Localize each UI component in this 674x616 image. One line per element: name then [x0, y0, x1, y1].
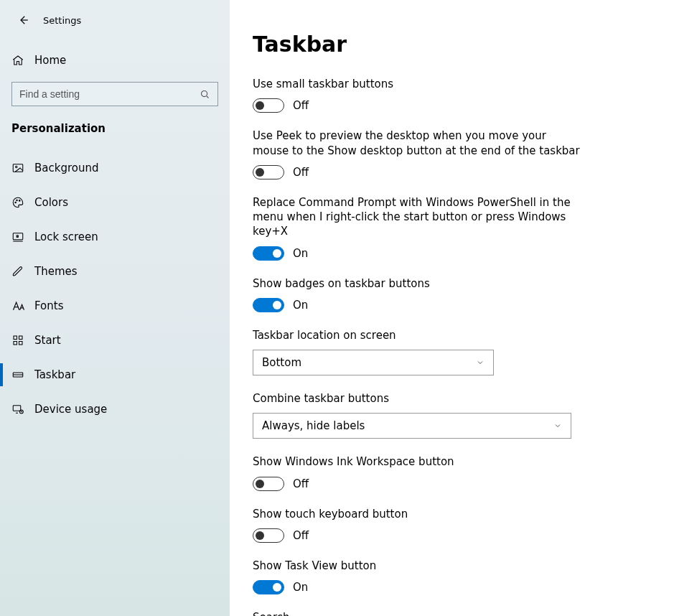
setting-badges: Show badges on taskbar buttons On	[253, 276, 583, 312]
nav-item-label: Themes	[34, 265, 78, 278]
toggle-peek[interactable]	[253, 165, 284, 179]
search-input[interactable]	[19, 88, 192, 100]
svg-rect-13	[13, 406, 21, 411]
setting-label: Taskbar location on screen	[253, 328, 583, 342]
nav-item-label: Colors	[34, 196, 68, 209]
svg-rect-8	[14, 336, 17, 340]
svg-rect-11	[19, 342, 23, 345]
nav-item-start[interactable]: Start	[0, 323, 230, 358]
svg-rect-10	[14, 342, 17, 345]
nav-list: Background Colors Lock screen Themes Fon	[0, 151, 230, 426]
setting-small-buttons: Use small taskbar buttons Off	[253, 77, 583, 113]
setting-touch-keyboard: Show touch keyboard button Off	[253, 507, 583, 543]
setting-powershell: Replace Command Prompt with Windows Powe…	[253, 195, 583, 261]
font-icon	[11, 299, 27, 312]
select-value: Bottom	[262, 356, 301, 369]
select-combine[interactable]: Always, hide labels	[253, 413, 571, 439]
setting-ink: Show Windows Ink Workspace button Off	[253, 454, 583, 490]
setting-label: Show Task View button	[253, 559, 583, 573]
toggle-state-text: On	[293, 299, 308, 312]
lock-screen-icon	[11, 230, 27, 243]
svg-point-0	[202, 90, 207, 96]
nav-item-themes[interactable]: Themes	[0, 254, 230, 289]
app-title: Settings	[43, 15, 81, 26]
setting-label: Show touch keyboard button	[253, 507, 583, 521]
setting-taskbar-location: Taskbar location on screen Bottom	[253, 328, 583, 375]
toggle-state-text: Off	[293, 529, 309, 542]
select-value: Always, hide labels	[262, 419, 365, 432]
device-usage-icon	[11, 403, 27, 416]
nav-item-label: Lock screen	[34, 230, 98, 243]
toggle-taskview[interactable]	[253, 580, 284, 594]
palette-icon	[11, 196, 27, 209]
setting-label: Replace Command Prompt with Windows Powe…	[253, 195, 583, 239]
svg-point-4	[17, 200, 18, 201]
setting-label: Search	[253, 610, 583, 616]
search-icon	[200, 89, 210, 100]
toggle-ink[interactable]	[253, 477, 284, 491]
setting-combine: Combine taskbar buttons Always, hide lab…	[253, 391, 583, 439]
main-content: Taskbar Use small taskbar buttons Off Us…	[230, 0, 674, 616]
search-box[interactable]	[11, 82, 218, 106]
nav-item-label: Background	[34, 162, 99, 174]
toggle-small-buttons[interactable]	[253, 98, 284, 113]
svg-point-2	[16, 166, 17, 167]
pen-icon	[11, 265, 27, 278]
toggle-powershell[interactable]	[253, 246, 284, 261]
nav-item-fonts[interactable]: Fonts	[0, 289, 230, 323]
header-row: Settings	[0, 6, 230, 34]
toggle-state-text: Off	[293, 477, 309, 490]
setting-label: Combine taskbar buttons	[253, 391, 583, 406]
setting-label: Show Windows Ink Workspace button	[253, 454, 583, 469]
svg-rect-1	[13, 164, 23, 172]
nav-item-taskbar[interactable]: Taskbar	[0, 358, 230, 392]
toggle-state-text: On	[293, 247, 308, 260]
image-icon	[11, 162, 27, 174]
setting-label: Show badges on taskbar buttons	[253, 276, 583, 291]
toggle-state-text: On	[293, 581, 308, 594]
setting-label: Use small taskbar buttons	[253, 77, 583, 91]
taskbar-icon	[11, 368, 27, 381]
home-link[interactable]: Home	[0, 45, 230, 76]
nav-item-label: Fonts	[34, 299, 63, 312]
nav-item-background[interactable]: Background	[0, 151, 230, 185]
toggle-badges[interactable]	[253, 298, 284, 312]
chevron-down-icon	[553, 421, 562, 430]
nav-item-lock-screen[interactable]: Lock screen	[0, 220, 230, 254]
svg-point-5	[19, 200, 21, 202]
select-taskbar-location[interactable]: Bottom	[253, 350, 494, 375]
nav-item-colors[interactable]: Colors	[0, 185, 230, 220]
setting-label: Use Peek to preview the desktop when you…	[253, 129, 583, 158]
home-label: Home	[34, 54, 66, 67]
nav-item-label: Taskbar	[34, 368, 75, 381]
setting-peek: Use Peek to preview the desktop when you…	[253, 129, 583, 179]
nav-item-device-usage[interactable]: Device usage	[0, 392, 230, 426]
start-grid-icon	[11, 334, 27, 347]
toggle-state-text: Off	[293, 166, 309, 179]
back-arrow-icon	[17, 14, 29, 27]
svg-rect-9	[19, 336, 23, 340]
chevron-down-icon	[476, 358, 485, 367]
setting-taskview: Show Task View button On	[253, 559, 583, 594]
nav-item-label: Device usage	[34, 403, 107, 416]
nav-item-label: Start	[34, 334, 61, 347]
back-button[interactable]	[11, 9, 34, 32]
home-icon	[11, 54, 27, 67]
search-container	[0, 76, 230, 109]
svg-point-3	[15, 202, 17, 203]
setting-search: Search Show search icon	[253, 610, 583, 616]
toggle-state-text: Off	[293, 99, 309, 112]
sidebar: Settings Home Personalization Background	[0, 0, 230, 616]
category-heading: Personalization	[0, 109, 230, 141]
toggle-touch-keyboard[interactable]	[253, 528, 284, 543]
page-title: Taskbar	[253, 32, 651, 57]
